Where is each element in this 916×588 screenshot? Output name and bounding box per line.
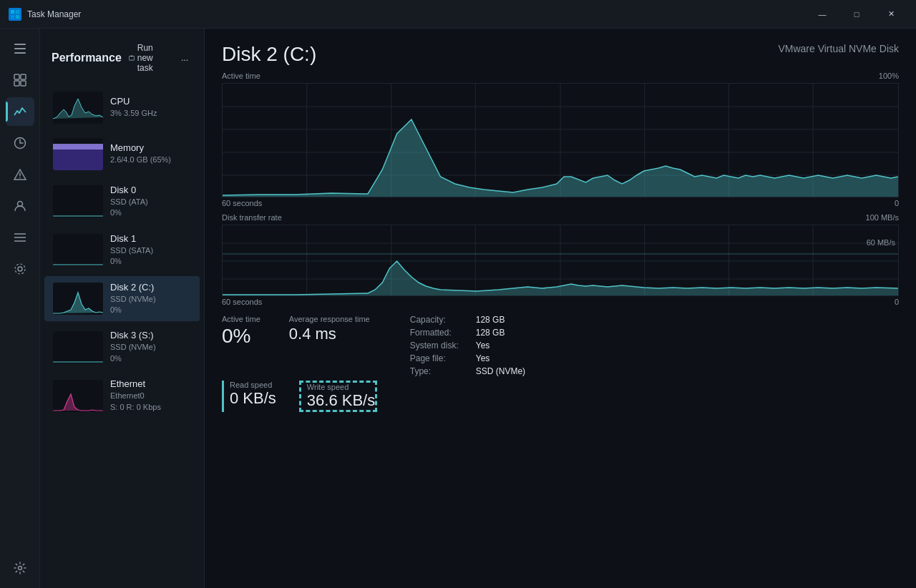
disk-title: Disk 2 (C:) — [222, 43, 316, 66]
disk1-sub: SSD (SATA)0% — [110, 245, 191, 268]
disk3-thumbnail — [53, 331, 103, 363]
active-time-label: Active time — [222, 72, 260, 80]
maximize-button[interactable]: □ — [840, 3, 873, 26]
disk2-title: Disk 2 (C:) — [110, 282, 191, 293]
stats-section: Active time 0% Average response time 0.4… — [222, 315, 899, 376]
type-label: Type: — [410, 366, 459, 376]
svg-point-19 — [18, 267, 22, 271]
sidebar-startup[interactable] — [6, 160, 34, 189]
disk1-title: Disk 1 — [110, 233, 191, 244]
chart1-min: 0 — [895, 199, 899, 207]
formatted-label: Formatted: — [410, 328, 459, 338]
cpu-sub: 3% 3.59 GHz — [110, 108, 191, 119]
transfer-rate-chart: 60 MB/s — [222, 225, 899, 296]
svg-rect-0 — [11, 10, 14, 14]
active-time-chart — [222, 83, 899, 197]
svg-rect-7 — [14, 74, 19, 79]
speed-row: Read speed 0 KB/s Write speed 36.6 KB/s — [222, 381, 899, 412]
nav-item-ethernet[interactable]: Ethernet Ethernet0S: 0 R: 0 Kbps — [44, 373, 200, 418]
chart2-min: 0 — [895, 298, 899, 306]
cpu-info: CPU 3% 3.59 GHz — [110, 96, 191, 119]
disk1-thumbnail — [53, 234, 103, 266]
disk3-title: Disk 3 (S:) — [110, 330, 191, 340]
active-time-svg — [223, 84, 898, 197]
write-speed-label: Write speed — [307, 383, 375, 391]
ethernet-thumbnail — [53, 380, 103, 412]
write-speed-block: Write speed 36.6 KB/s — [299, 381, 377, 412]
disk0-thumbnail — [53, 185, 103, 217]
svg-rect-1 — [16, 10, 19, 14]
svg-point-21 — [18, 567, 21, 570]
close-button[interactable]: ✕ — [874, 3, 907, 26]
run-new-task-button[interactable]: Run new task — [122, 40, 174, 76]
avg-response-label: Average response time — [289, 315, 370, 323]
page-file-value: Yes — [476, 353, 525, 363]
system-disk-label: System disk: — [410, 340, 459, 351]
chart1-labels: Active time 100% — [222, 72, 899, 80]
page-file-label: Page file: — [410, 353, 459, 363]
transfer-rate-svg — [223, 225, 898, 296]
titlebar: Task Manager — □ ✕ — [0, 0, 916, 29]
memory-info: Memory 2.6/4.0 GB (65%) — [110, 142, 191, 165]
write-speed-value: 36.6 KB/s — [307, 391, 375, 410]
svg-rect-26 — [53, 144, 103, 150]
more-options-button[interactable]: ... — [177, 50, 193, 66]
cpu-title: CPU — [110, 96, 191, 107]
disk-info: Capacity: 128 GB Formatted: 128 GB Syste… — [410, 315, 525, 376]
sidebar-performance[interactable] — [6, 97, 34, 126]
sidebar-details[interactable] — [6, 223, 34, 252]
chart1-time: 60 seconds — [222, 199, 262, 207]
memory-thumbnail — [53, 138, 103, 170]
disk-subtitle: VMware Virtual NVMe Disk — [778, 43, 899, 54]
svg-rect-5 — [14, 48, 26, 49]
nav-item-disk3[interactable]: Disk 3 (S:) SSD (NVMe)0% — [44, 324, 200, 370]
nav-header-actions: Run new task ... — [122, 40, 193, 76]
window-controls: — □ ✕ — [806, 3, 907, 26]
sidebar-hamburger[interactable] — [6, 34, 34, 63]
read-speed-block: Read speed 0 KB/s — [222, 381, 276, 412]
nav-item-disk0[interactable]: Disk 0 SSD (ATA)0% — [44, 179, 200, 225]
avg-response-value: 0.4 ms — [289, 325, 370, 343]
system-disk-value: Yes — [476, 340, 525, 351]
svg-rect-6 — [14, 52, 26, 54]
capacity-value: 128 GB — [476, 315, 525, 325]
chart2-mid-label: 60 MB/s — [867, 238, 895, 247]
sidebar-users[interactable] — [6, 192, 34, 220]
disk0-title: Disk 0 — [110, 185, 191, 195]
sidebar-processes[interactable] — [6, 66, 34, 94]
active-time-max: 100% — [879, 72, 899, 80]
active-time-stat-value: 0% — [222, 325, 260, 348]
svg-point-20 — [15, 264, 25, 274]
run-new-task-label: Run new task — [137, 43, 167, 73]
transfer-rate-max: 100 MB/s — [866, 213, 899, 222]
sidebar-app-history[interactable] — [6, 129, 34, 157]
svg-rect-4 — [14, 44, 26, 45]
nav-item-disk2[interactable]: Disk 2 (C:) SSD (NVMe)0% — [44, 276, 200, 322]
active-time-stat: Active time 0% — [222, 315, 260, 376]
active-time-section: Active time 100% — [222, 72, 899, 213]
chart2-labels: Disk transfer rate 100 MB/s — [222, 213, 899, 222]
nav-panel: Performance Run new task ... CPU 3% — [40, 29, 205, 588]
svg-rect-10 — [21, 81, 26, 86]
sidebar-settings[interactable] — [6, 554, 34, 582]
app-icon — [9, 8, 21, 21]
nav-item-disk1[interactable]: Disk 1 SSD (SATA)0% — [44, 227, 200, 273]
sidebar-services[interactable] — [6, 255, 34, 283]
content-area: Disk 2 (C:) VMware Virtual NVMe Disk Act… — [205, 29, 916, 588]
memory-title: Memory — [110, 142, 191, 153]
nav-item-memory[interactable]: Memory 2.6/4.0 GB (65%) — [44, 132, 200, 176]
cpu-thumbnail — [53, 92, 103, 124]
ethernet-title: Ethernet — [110, 378, 191, 389]
capacity-label: Capacity: — [410, 315, 459, 325]
performance-title: Performance — [52, 52, 122, 64]
minimize-button[interactable]: — — [806, 3, 839, 26]
disk2-sub: SSD (NVMe)0% — [110, 294, 191, 316]
nav-header: Performance Run new task ... — [40, 29, 204, 84]
disk2-info: Disk 2 (C:) SSD (NVMe)0% — [110, 282, 191, 316]
transfer-rate-label: Disk transfer rate — [222, 213, 282, 222]
svg-rect-3 — [16, 15, 19, 19]
nav-item-cpu[interactable]: CPU 3% 3.59 GHz — [44, 86, 200, 129]
type-value: SSD (NVMe) — [476, 366, 525, 376]
window-title: Task Manager — [27, 9, 806, 19]
chart2-bottom: 60 seconds 0 — [222, 298, 899, 306]
